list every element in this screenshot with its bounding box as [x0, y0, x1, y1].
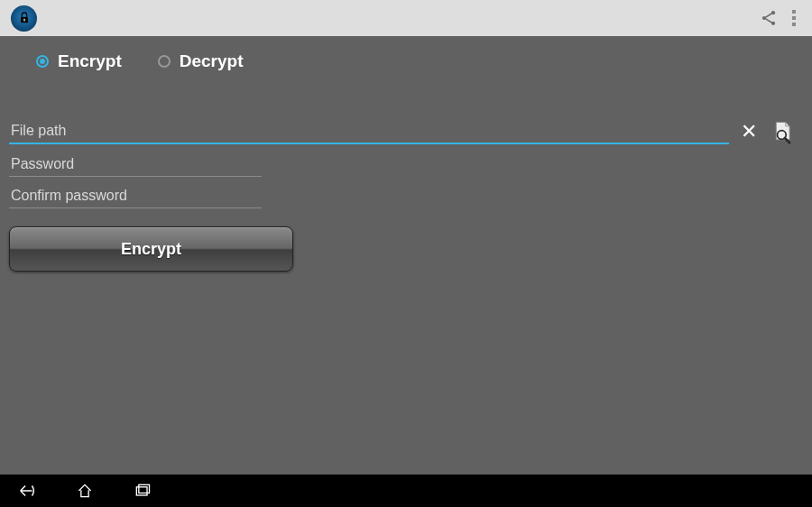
home-icon — [76, 482, 94, 500]
encrypt-button[interactable]: Encrypt — [9, 226, 293, 272]
main-content: Encrypt Decrypt ✕ Encrypt — [0, 36, 812, 475]
radio-encrypt[interactable]: Encrypt — [36, 51, 122, 71]
browse-file-icon — [771, 119, 797, 144]
back-icon — [17, 481, 37, 501]
svg-rect-9 — [139, 484, 150, 493]
share-icon — [760, 9, 778, 27]
radio-indicator-icon — [158, 55, 171, 68]
browse-file-button[interactable] — [770, 118, 798, 145]
radio-decrypt-label: Decrypt — [180, 51, 244, 71]
svg-rect-2 — [23, 20, 24, 22]
overflow-menu-button[interactable] — [783, 5, 805, 32]
file-path-row: ✕ — [9, 118, 803, 145]
radio-encrypt-label: Encrypt — [58, 51, 122, 71]
nav-home-button[interactable] — [72, 478, 97, 503]
app-lock-icon — [11, 5, 37, 32]
clear-file-button[interactable]: ✕ — [738, 120, 760, 143]
file-path-wrap — [9, 119, 729, 144]
mode-selector: Encrypt Decrypt — [0, 36, 812, 78]
nav-recents-button[interactable] — [130, 478, 155, 503]
dot-icon — [792, 16, 796, 20]
recents-icon — [134, 482, 152, 500]
action-bar — [0, 0, 812, 36]
radio-indicator-icon — [36, 55, 49, 68]
svg-rect-8 — [136, 487, 147, 495]
share-button[interactable] — [754, 4, 783, 32]
dot-icon — [792, 23, 796, 26]
system-navbar — [0, 475, 812, 507]
dot-icon — [792, 10, 796, 14]
lock-icon — [17, 11, 32, 25]
password-input[interactable] — [9, 152, 262, 177]
form-area: ✕ Encrypt — [0, 78, 812, 272]
radio-decrypt[interactable]: Decrypt — [158, 51, 244, 71]
file-path-input[interactable] — [9, 119, 729, 144]
confirm-password-input[interactable] — [9, 184, 262, 208]
nav-back-button[interactable] — [14, 478, 40, 503]
